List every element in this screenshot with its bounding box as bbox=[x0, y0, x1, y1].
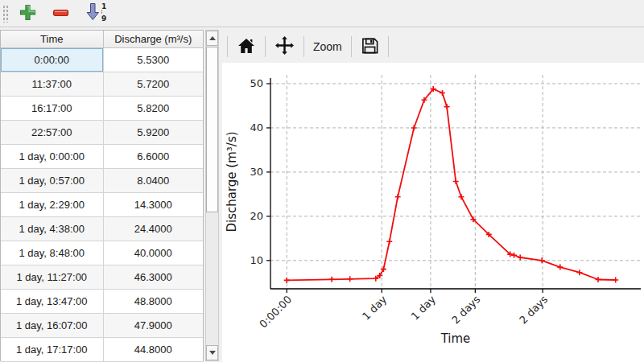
svg-text:1: 1 bbox=[101, 2, 106, 10]
remove-row-button[interactable] bbox=[47, 2, 74, 26]
chart-toolbar: Zoom bbox=[221, 34, 394, 60]
toolbar-separator bbox=[351, 36, 352, 57]
discharge-cell[interactable]: 5.5300 bbox=[103, 47, 203, 72]
discharge-cell[interactable]: 24.4000 bbox=[103, 216, 203, 241]
discharge-cell[interactable]: 46.3000 bbox=[103, 265, 203, 289]
table-row[interactable]: 16:17:005.8200 bbox=[1, 96, 203, 120]
toolbar-separator bbox=[265, 36, 266, 57]
table-row[interactable]: 1 day, 2:29:0014.3000 bbox=[1, 192, 203, 216]
discharge-cell[interactable]: 40.0000 bbox=[103, 241, 203, 265]
save-icon bbox=[361, 37, 379, 57]
discharge-cell[interactable]: 8.0400 bbox=[103, 168, 203, 192]
x-axis-label: Time bbox=[440, 331, 471, 346]
chart-canvas[interactable]: 0:00:001 day1 day2 days2 days1020304050D… bbox=[222, 63, 644, 362]
scroll-down-button[interactable] bbox=[206, 345, 218, 360]
table-row[interactable]: 1 day, 0:57:008.0400 bbox=[1, 168, 203, 192]
time-series-table-panel: Time Discharge (m³/s) 0:00:005.530011:37… bbox=[0, 30, 204, 361]
x-tick-label: 2 days bbox=[449, 293, 482, 326]
table-row[interactable]: 1 day, 4:38:0024.4000 bbox=[1, 216, 203, 241]
y-axis-label: Discharge (m³/s) bbox=[225, 131, 239, 232]
discharge-cell[interactable]: 6.6000 bbox=[103, 144, 203, 168]
y-tick-label: 40 bbox=[250, 121, 263, 134]
table-row[interactable]: 1 day, 17:17:0044.8000 bbox=[1, 337, 203, 361]
table-row[interactable]: 0:00:005.5300 bbox=[1, 47, 203, 72]
sort-ascending-icon: 1 9 bbox=[85, 2, 107, 25]
time-cell[interactable]: 0:00:00 bbox=[1, 47, 103, 72]
table-row[interactable]: 1 day, 16:07:0047.9000 bbox=[1, 313, 203, 337]
plus-icon bbox=[19, 3, 37, 24]
discharge-cell[interactable]: 48.8000 bbox=[103, 289, 203, 313]
main-toolbar: 1 9 bbox=[0, 0, 644, 27]
time-cell[interactable]: 1 day, 17:17:00 bbox=[1, 337, 103, 361]
discharge-cell[interactable]: 5.7200 bbox=[103, 72, 203, 96]
table-row[interactable]: 1 day, 8:48:0040.0000 bbox=[1, 241, 203, 265]
table-row[interactable]: 1 day, 0:00:006.6000 bbox=[1, 144, 203, 168]
x-tick-label: 1 day bbox=[360, 293, 390, 323]
x-tick-label: 0:00:00 bbox=[257, 294, 294, 331]
chart-panel: Zoom 0:00:001 day1 day2 days2 days102030… bbox=[221, 28, 644, 362]
discharge-cell[interactable]: 44.8000 bbox=[103, 337, 203, 361]
table-row[interactable]: 22:57:005.9200 bbox=[1, 120, 203, 144]
time-cell[interactable]: 1 day, 11:27:00 bbox=[1, 265, 103, 289]
minus-icon bbox=[52, 3, 70, 24]
y-tick-label: 30 bbox=[250, 166, 263, 178]
time-cell[interactable]: 1 day, 2:29:00 bbox=[1, 192, 103, 216]
table-header-row: Time Discharge (m³/s) bbox=[1, 31, 203, 47]
discharge-hydrograph-plot: 0:00:001 day1 day2 days2 days1020304050D… bbox=[222, 63, 644, 362]
table-row[interactable]: 1 day, 11:27:0046.3000 bbox=[1, 265, 203, 289]
toolbar-grip[interactable] bbox=[2, 5, 8, 23]
toolbar-separator bbox=[303, 36, 304, 57]
x-tick-label: 1 day bbox=[409, 293, 439, 323]
discharge-cell[interactable]: 14.3000 bbox=[103, 192, 203, 216]
time-cell[interactable]: 1 day, 0:00:00 bbox=[1, 144, 103, 168]
y-tick-label: 20 bbox=[250, 210, 263, 222]
column-header-discharge[interactable]: Discharge (m³/s) bbox=[103, 31, 203, 47]
time-cell[interactable]: 1 day, 4:38:00 bbox=[1, 216, 103, 241]
table-row[interactable]: 11:37:005.7200 bbox=[1, 72, 203, 96]
zoom-button[interactable]: Zoom bbox=[310, 39, 345, 55]
pan-button[interactable] bbox=[271, 34, 298, 60]
add-row-button[interactable] bbox=[14, 2, 41, 26]
discharge-cell[interactable]: 5.8200 bbox=[103, 96, 203, 120]
discharge-markers bbox=[284, 86, 619, 283]
home-view-button[interactable] bbox=[233, 35, 259, 59]
discharge-cell[interactable]: 5.9200 bbox=[103, 120, 203, 144]
time-cell[interactable]: 11:37:00 bbox=[1, 72, 103, 96]
time-cell[interactable]: 1 day, 13:47:00 bbox=[1, 289, 103, 313]
home-icon bbox=[237, 37, 256, 57]
scrollbar-thumb[interactable] bbox=[206, 47, 218, 212]
scroll-up-button[interactable] bbox=[206, 31, 218, 46]
time-series-table: Time Discharge (m³/s) 0:00:005.530011:37… bbox=[1, 31, 203, 362]
y-tick-label: 50 bbox=[250, 77, 263, 89]
toolbar-separator bbox=[388, 36, 389, 57]
discharge-cell[interactable]: 47.9000 bbox=[103, 313, 203, 337]
x-tick-label: 2 days bbox=[517, 293, 550, 326]
save-figure-button[interactable] bbox=[357, 35, 382, 59]
time-cell[interactable]: 16:17:00 bbox=[1, 96, 103, 120]
time-cell[interactable]: 1 day, 0:57:00 bbox=[1, 168, 103, 192]
time-cell[interactable]: 1 day, 8:48:00 bbox=[1, 241, 103, 265]
svg-text:9: 9 bbox=[101, 14, 106, 23]
table-scrollbar[interactable] bbox=[205, 30, 219, 361]
discharge-line bbox=[287, 89, 616, 281]
sort-button[interactable]: 1 9 bbox=[80, 0, 111, 27]
table-row[interactable]: 1 day, 13:47:0048.8000 bbox=[1, 289, 203, 313]
arrow-up-icon bbox=[209, 36, 216, 40]
time-cell[interactable]: 1 day, 16:07:00 bbox=[1, 313, 103, 337]
pan-icon bbox=[275, 35, 295, 58]
y-tick-label: 10 bbox=[250, 254, 263, 266]
arrow-down-icon bbox=[209, 351, 216, 355]
time-cell[interactable]: 22:57:00 bbox=[1, 120, 103, 144]
toolbar-separator bbox=[227, 36, 228, 57]
column-header-time[interactable]: Time bbox=[1, 31, 103, 47]
